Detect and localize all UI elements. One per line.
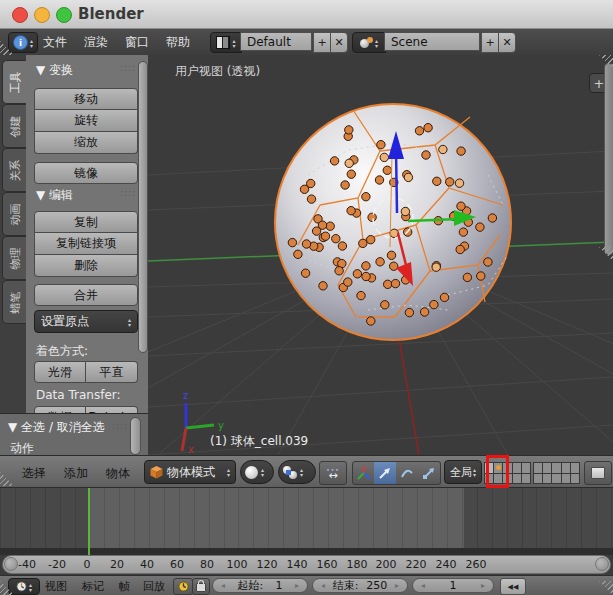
current-frame-field[interactable]: ◂ 1 ▸ [412,578,494,593]
current-frame-value: 1 [450,579,457,592]
delete-scene-button[interactable]: ✕ [498,32,516,53]
scene-value: Scene [391,35,428,49]
screen-layout-name-field[interactable]: Default [240,32,312,51]
translate-button[interactable]: 移动 [34,88,138,110]
viewport-shading-dropdown[interactable]: ▴▾ [240,460,274,484]
operator-panel-header[interactable]: ▼ 全选 / 取消全选 [8,419,105,436]
editor-type-selector[interactable]: i ▴▾ [8,32,38,53]
orientation-dropdown[interactable]: 全局 ▴▾ [444,460,482,484]
menu-render[interactable]: 渲染 [84,34,108,51]
duplicate-linked-button[interactable]: 复制链接项 [34,233,138,255]
area-resize-grip[interactable] [0,472,14,486]
edit-panel-header[interactable]: ▼ 编辑 [36,187,73,204]
scale-button[interactable]: 缩放 [34,132,138,154]
shelf-tab-relations[interactable]: 关系 [2,148,27,192]
ruler-tick: 0 [84,558,91,571]
jump-to-start-button[interactable]: ◀◀ [500,578,526,595]
data-transfer-data-button[interactable]: 数据 [34,406,86,413]
delete-screen-layout-button[interactable]: ✕ [330,32,348,53]
shade-flat-button[interactable]: 平直 [86,361,138,383]
shelf-tab-create[interactable]: 创建 [2,104,27,148]
increment-arrow-icon[interactable]: ▸ [395,581,399,590]
set-origin-dropdown[interactable]: 设置原点 ▴▾ [34,310,138,333]
scrollbar-left-cap[interactable] [4,557,18,571]
viewport-scene: z y x [148,55,613,455]
mirror-button[interactable]: 镜像 [34,162,138,184]
shelf-tab-tools[interactable]: 工具 [2,60,27,104]
pivot-point-dropdown[interactable]: ▴▾ [278,460,316,484]
shelf-tab-grease-pencil[interactable]: 蜡笔 [2,280,27,324]
panel-drag-dots-icon[interactable]: :::: [112,421,128,431]
shade-smooth-button[interactable]: 光滑 [34,361,86,383]
tool-shelf: ▼ 变换 :::: 移动 旋转 缩放 镜像 ▼ 编辑 :::: 复制 复制链接项… [26,55,149,413]
manipulator-toggle-button[interactable]: ••• ↔ [319,461,347,485]
gizmo-scale-button[interactable] [418,461,441,485]
increment-arrow-icon[interactable]: ▸ [295,581,299,590]
frame-end-field[interactable]: ◂ 结束: 250 ▸ [312,578,408,593]
join-button[interactable]: 合并 [34,284,138,306]
pivot-icon [283,466,297,479]
shelf-tab-animation[interactable]: 动画 [2,192,27,236]
menu-help[interactable]: 帮助 [166,34,190,51]
transform-panel-header[interactable]: ▼ 变换 [36,62,73,79]
area-resize-grip[interactable] [599,581,613,595]
increment-arrow-icon[interactable]: ▸ [481,581,485,590]
collapse-icon: ▼ [8,420,17,434]
title-bar: Blender [0,0,613,29]
decrement-arrow-icon[interactable]: ◂ [221,581,225,590]
menu-add[interactable]: 添加 [64,465,88,482]
duplicate-button[interactable]: 复制 [34,211,138,233]
decrement-arrow-icon[interactable]: ◂ [321,581,325,590]
viewport-scrollbar[interactable] [604,63,613,255]
shading-label: 着色方式: [36,343,88,360]
timeline-menu-view[interactable]: 视图 [45,579,67,594]
menu-select[interactable]: 选择 [22,465,46,482]
gizmo-move-button[interactable] [374,461,397,485]
data-transfer-layout-button[interactable]: Data La [86,406,138,413]
add-scene-button[interactable]: + [481,32,499,53]
lock-to-scene-button[interactable] [584,461,612,485]
operator-panel-scrollbar[interactable] [130,417,141,455]
use-preview-range-button[interactable] [173,578,193,595]
axis-tripod-icon [357,466,371,480]
rotate-button[interactable]: 旋转 [34,110,138,132]
move-arrow-icon [378,466,392,480]
layers-widget-group2[interactable] [533,462,580,484]
close-window-button[interactable] [12,7,28,23]
mode-dropdown[interactable]: 物体模式 ▴▾ [144,460,236,484]
x-axis-line [399,338,419,455]
decrement-arrow-icon[interactable]: ◂ [421,581,425,590]
maximize-window-button[interactable] [56,7,72,23]
screen-layout-icon [216,36,230,49]
plus-icon: + [594,76,605,91]
screen-layout-icon-button[interactable]: ▴▾ [210,32,242,53]
ruler-tick: 200 [376,558,397,571]
add-screen-layout-button[interactable]: + [313,32,331,53]
timeline-editor-type-selector[interactable]: ▴▾ [8,578,40,595]
lock-frame-button[interactable] [192,578,210,595]
menu-file[interactable]: 文件 [43,34,67,51]
timeline-menu-marker[interactable]: 标记 [82,579,104,594]
3d-viewport[interactable]: z y x 用户视图 (透视) (1) 球体_cell.039 + [148,55,613,455]
frame-start-field[interactable]: ◂ 起始: 1 ▸ [212,578,308,593]
scene-name-field[interactable]: Scene [384,32,480,51]
shelf-tab-physics[interactable]: 物理 [2,236,27,280]
panel-drag-dots-icon[interactable]: :::: [120,188,136,198]
shelf-scrollbar[interactable] [138,61,148,353]
delete-button[interactable]: 删除 [34,255,138,277]
current-frame-line[interactable] [88,488,90,555]
scene-icon-button[interactable]: ▴▾ [352,32,386,53]
active-object-label: (1) 球体_cell.039 [210,433,308,450]
minimize-window-button[interactable] [34,7,50,23]
start-label: 起始: [237,578,263,593]
timeline-tracks[interactable] [0,488,613,548]
scrollbar-right-cap[interactable] [595,557,609,571]
timeline-menu-frame[interactable]: 帧 [119,579,130,594]
menu-object[interactable]: 物体 [106,465,130,482]
ruler-tick: 220 [406,558,427,571]
timeline-menu-playback[interactable]: 回放 [143,579,165,594]
panel-drag-dots-icon[interactable]: :::: [120,63,136,73]
menu-window[interactable]: 窗口 [125,34,149,51]
gizmo-rotate-button[interactable] [396,461,419,485]
gizmo-translate-button[interactable] [352,461,376,485]
